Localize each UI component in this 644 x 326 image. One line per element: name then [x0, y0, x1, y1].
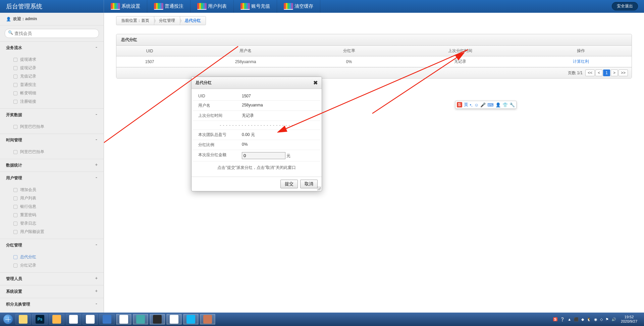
- crumb: 总代分红: [180, 16, 206, 25]
- nav-item-label: 充值记录: [20, 74, 36, 79]
- chart-icon: [197, 3, 207, 10]
- nav-head[interactable]: 管理人员+: [0, 273, 104, 285]
- sidebar-item[interactable]: 总代分红: [0, 253, 104, 261]
- cancel-button[interactable]: 取消: [300, 180, 318, 188]
- topnav-item-1[interactable]: 普通投注: [147, 0, 191, 13]
- nav-section-2: 时间管理-阿里巴巴拍单: [0, 134, 104, 159]
- ime-mic-icon[interactable]: 🎤: [480, 102, 486, 107]
- nav-item-icon: [13, 255, 17, 259]
- dividend-table: UID用户名分红率上次分红时间操作 1507258yuanma0%无记录计算红利: [116, 46, 632, 67]
- table-header: 操作: [530, 46, 632, 56]
- ime-mode[interactable]: 英: [464, 102, 468, 108]
- ime-tool-icon[interactable]: 🔧: [509, 102, 515, 107]
- chart-icon: [111, 3, 120, 10]
- ime-bar[interactable]: S 英 •, ☺ 🎤 ⌨ 👤 👕 🔧: [455, 101, 517, 109]
- nav-head[interactable]: 分红管理-: [0, 239, 104, 251]
- sidebar-item[interactable]: 用户列表: [0, 194, 104, 202]
- nav-head[interactable]: 积分兑换管理-: [0, 298, 104, 311]
- sidebar-item[interactable]: 帐变明细: [0, 89, 104, 97]
- chart-icon: [154, 3, 163, 10]
- nav-item-icon: [13, 125, 17, 129]
- nav-item-label: 帐变明细: [20, 90, 36, 96]
- nav-head[interactable]: 时间管理-: [0, 134, 104, 146]
- dialog-label: 本次团队总盈亏: [198, 132, 242, 138]
- app-title: 后台管理系统: [0, 0, 104, 13]
- nav-section-title: 积分兑换管理: [6, 301, 30, 307]
- nav-head[interactable]: 业务流水-: [0, 42, 104, 54]
- submit-button[interactable]: 提交: [280, 180, 298, 188]
- toggle-icon: -: [95, 242, 98, 248]
- nav-head[interactable]: 数据统计+: [0, 159, 104, 172]
- nav-head[interactable]: 用户管理-: [0, 172, 104, 184]
- sidebar-item[interactable]: 提现记录: [0, 64, 104, 72]
- topnav-item-2[interactable]: 用户列表: [191, 0, 234, 13]
- pager-button[interactable]: <: [595, 69, 602, 76]
- close-icon[interactable]: ✖: [313, 80, 318, 86]
- nav-item-label: 提现记录: [20, 65, 36, 71]
- sidebar-item[interactable]: 用户限额设置: [0, 228, 104, 236]
- topnav-item-3[interactable]: 账号充值: [234, 0, 277, 13]
- nav-item-icon: [13, 196, 17, 200]
- sidebar-item[interactable]: 充值记录: [0, 72, 104, 81]
- ime-person-icon[interactable]: 👤: [495, 102, 501, 107]
- sidebar-item[interactable]: 注册链接: [0, 97, 104, 106]
- topnav-item-0[interactable]: 系统设置: [104, 0, 147, 13]
- dialog-value: 无记录: [242, 113, 315, 119]
- pager-button[interactable]: 1: [603, 69, 610, 76]
- sidebar-item[interactable]: 登录日志: [0, 219, 104, 228]
- sidebar-item[interactable]: 银行信息: [0, 202, 104, 211]
- dividend-panel: 总代分红 UID用户名分红率上次分红时间操作 1507258yuanma0%无记…: [116, 34, 632, 79]
- nav-section-4: 用户管理-增加会员用户列表银行信息重置密码登录日志用户限额设置: [0, 172, 104, 239]
- pager-button[interactable]: <<: [585, 69, 595, 76]
- dialog-value: 0.00 元: [242, 132, 315, 138]
- dialog-value: 1507: [242, 94, 315, 98]
- nav-section-title: 系统设置: [6, 289, 22, 294]
- toggle-icon: -: [95, 175, 98, 181]
- dialog-row: 用户名258yuanma: [193, 101, 320, 111]
- dialog-header[interactable]: 总代分红 ✖: [192, 77, 322, 89]
- dialog-value: 258yuanma: [242, 103, 315, 108]
- nav-section-title: 数据统计: [6, 162, 22, 168]
- crumb[interactable]: 分红管理: [154, 16, 180, 25]
- nav-item-icon: [13, 230, 17, 234]
- sidebar-item[interactable]: 增加会员: [0, 186, 104, 194]
- search-input[interactable]: [5, 29, 99, 38]
- sidebar-item[interactable]: 阿里巴巴拍单: [0, 123, 104, 131]
- sidebar-item[interactable]: 重置密码: [0, 211, 104, 219]
- pager-button[interactable]: >: [611, 69, 618, 76]
- cell-uid: 1507: [116, 56, 183, 67]
- nav-item-label: 阿里巴巴拍单: [20, 124, 44, 130]
- safe-exit-button[interactable]: 安全退出: [612, 2, 638, 10]
- amount-input[interactable]: [242, 152, 285, 159]
- crumb[interactable]: 当前位置：首页: [116, 16, 154, 25]
- pager-text: 页数 1/1: [568, 70, 583, 76]
- ime-skin-icon[interactable]: 👕: [502, 102, 508, 107]
- dialog-label: 上次分红时间: [198, 113, 242, 119]
- pager-button[interactable]: >>: [619, 69, 628, 76]
- ime-keyboard-icon[interactable]: ⌨: [487, 102, 494, 107]
- topbar: 后台管理系统 系统设置普通投注用户列表账号充值清空缓存 安全退出: [0, 0, 644, 13]
- nav-section-7: 系统设置+: [0, 285, 104, 298]
- toggle-icon: +: [95, 162, 98, 168]
- dialog-row: 本次团队总盈亏0.00 元: [193, 130, 320, 140]
- dialog-row: - - - - - - - - - - - - - - - - - - - - …: [193, 121, 320, 130]
- dialog-row: UID1507: [193, 92, 320, 101]
- topnav-label: 用户列表: [208, 3, 227, 9]
- nav-item-label: 提现请求: [20, 57, 36, 62]
- nav-head[interactable]: 系统设置+: [0, 285, 104, 298]
- sidebar-item[interactable]: 分红记录: [0, 261, 104, 270]
- sidebar-item[interactable]: 普通投注: [0, 81, 104, 89]
- sidebar-item[interactable]: 阿里巴巴拍单: [0, 148, 104, 156]
- ime-punct-icon[interactable]: •,: [470, 102, 473, 107]
- sidebar-item[interactable]: 提现请求: [0, 55, 104, 64]
- nav-item-icon: [13, 83, 17, 87]
- calc-dividend-link[interactable]: 计算红利: [573, 59, 589, 64]
- nav-head[interactable]: 开奖数据-: [0, 109, 104, 121]
- topnav-label: 系统设置: [121, 3, 140, 9]
- dialog-resize-handle[interactable]: [317, 186, 321, 190]
- toggle-icon: +: [95, 289, 98, 294]
- ime-emoji-icon[interactable]: ☺: [474, 102, 479, 107]
- table-row: 1507258yuanma0%无记录计算红利: [116, 56, 632, 67]
- dialog-row-amount: 本次应分红金额 元: [193, 150, 320, 161]
- topnav-item-4[interactable]: 清空缓存: [277, 0, 320, 13]
